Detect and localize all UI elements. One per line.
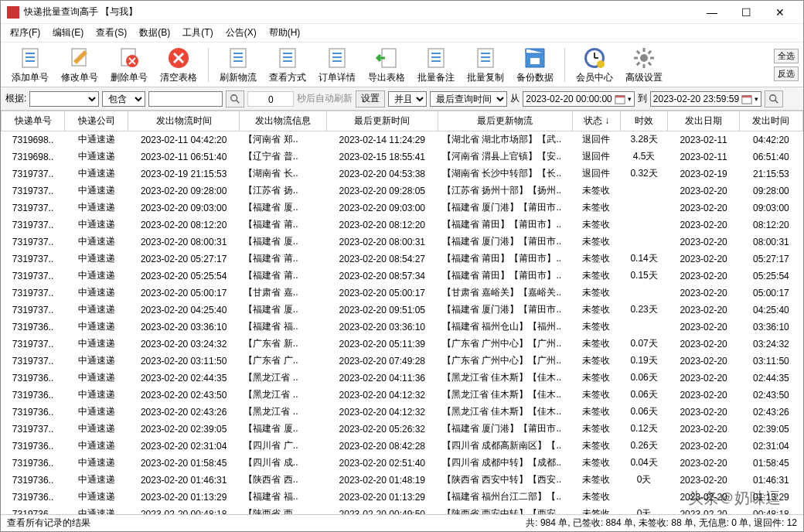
- table-cell: 0.06天: [620, 387, 668, 404]
- table-row[interactable]: 7319737..中通速递2023-02-20 09:03:00【福建省 厦..…: [2, 200, 803, 217]
- table-row[interactable]: 7319737..中通速递2023-02-20 08:00:31【福建省 厦..…: [2, 234, 803, 251]
- edit-button[interactable]: 修改单号: [56, 44, 103, 86]
- menu-item-数据(B)[interactable]: 数据(B): [133, 25, 176, 41]
- menu-item-工具(T)[interactable]: 工具(T): [176, 25, 219, 41]
- menu-item-编辑(E)[interactable]: 编辑(E): [46, 25, 90, 41]
- from-date-input[interactable]: 2023-02-20 00:00:00 ▾: [523, 91, 634, 107]
- table-row[interactable]: 7319736..中通速递2023-02-20 01:46:31【陕西省 西..…: [2, 472, 803, 489]
- table-cell: 中通速递: [65, 404, 128, 421]
- condition-select[interactable]: 并且: [388, 91, 427, 107]
- date-field-select[interactable]: 最后查询时间: [430, 91, 507, 107]
- table-cell: [620, 319, 668, 336]
- menu-item-程序(F)[interactable]: 程序(F): [4, 25, 46, 41]
- table-cell: 2023-02-20: [668, 285, 739, 302]
- copy-button[interactable]: 批量复制: [462, 44, 509, 86]
- table-cell: 4.5天: [620, 148, 668, 165]
- column-header[interactable]: 时效: [620, 111, 668, 131]
- table-cell: 2023-02-20 08:00:31: [128, 234, 240, 251]
- table-row[interactable]: 7319737..中通速递2023-02-20 09:28:00【江苏省 扬..…: [2, 182, 803, 200]
- advset-icon: [632, 46, 656, 70]
- table-row[interactable]: 7319737..中通速递2023-02-20 04:25:40【福建省 厦..…: [2, 302, 803, 319]
- filter-match-select[interactable]: 包含: [102, 91, 145, 107]
- table-cell: 【福建省 福州仓山】【福州..: [438, 319, 573, 336]
- table-row[interactable]: 7319737..中通速递2023-02-20 05:25:54【福建省 莆..…: [2, 268, 803, 285]
- column-header[interactable]: 最后更新物流: [438, 111, 573, 131]
- table-row[interactable]: 7319736..中通速递2023-02-20 02:43:26【黑龙江省 ..…: [2, 404, 803, 421]
- table-cell: 【陕西省 西安中转】【西安..: [438, 472, 573, 489]
- table-cell: 2023-02-20: [668, 370, 739, 387]
- table-row[interactable]: 7319736..中通速递2023-02-20 01:13:29【福建省 福..…: [2, 489, 803, 506]
- backup-button[interactable]: 备份数据: [512, 44, 558, 86]
- column-header[interactable]: 快递单号: [2, 111, 65, 131]
- invert-selection-button[interactable]: 反选: [774, 66, 799, 81]
- export-button[interactable]: 导出表格: [363, 44, 410, 86]
- table-row[interactable]: 7319736..中通速递2023-02-20 02:43:50【黑龙江省 ..…: [2, 387, 803, 404]
- detail-button[interactable]: 订单详情: [314, 44, 360, 86]
- table-row[interactable]: 7319737..中通速递2023-02-20 05:00:17【甘肃省 嘉..…: [2, 285, 803, 302]
- select-all-button[interactable]: 全选: [774, 49, 799, 63]
- column-header[interactable]: 发出时间: [739, 111, 802, 131]
- maximize-button[interactable]: ☐: [729, 2, 763, 23]
- remark-button[interactable]: 批量备注: [413, 44, 459, 86]
- search-button[interactable]: [226, 90, 244, 107]
- table-row[interactable]: 7319737..中通速递2023-02-20 02:39:05【福建省 厦..…: [2, 421, 803, 438]
- filter-value-input[interactable]: [148, 91, 223, 107]
- settings-button[interactable]: 设置: [356, 90, 385, 107]
- to-date-input[interactable]: 2023-02-20 23:59:59 ▾: [650, 91, 761, 107]
- table-cell: 中通速递: [65, 370, 128, 387]
- del-button[interactable]: 删除单号: [106, 44, 152, 86]
- table-cell: 08:00:31: [739, 234, 802, 251]
- table-cell: 06:51:40: [739, 148, 802, 165]
- table-cell: 2023-02-20: [668, 182, 739, 200]
- column-header[interactable]: 快递公司: [65, 111, 128, 131]
- table-row[interactable]: 7319737..中通速递2023-02-20 03:24:32【广东省 新..…: [2, 336, 803, 353]
- table-row[interactable]: 7319736..中通速递2023-02-20 02:31:04【四川省 广..…: [2, 438, 803, 455]
- advset-button[interactable]: 高级设置: [621, 44, 667, 86]
- table-cell: 2023-02-20: [668, 234, 739, 251]
- data-grid[interactable]: 快递单号快递公司发出物流时间发出物流信息最后更新时间最后更新物流状态 ↓时效发出…: [1, 111, 803, 514]
- column-header[interactable]: 最后更新时间: [326, 111, 438, 131]
- table-cell: 7319737..: [2, 182, 65, 200]
- table-row[interactable]: 7319698..中通速递2023-02-11 04:42:20【河南省 郑..…: [2, 131, 803, 148]
- menu-item-查看(S)[interactable]: 查看(S): [90, 25, 133, 41]
- table-cell: 0.26天: [620, 438, 668, 455]
- table-row[interactable]: 7319737..中通速递2023-02-19 21:15:53【湖南省 长..…: [2, 165, 803, 182]
- table-cell: 2023-02-20 01:13:29: [326, 489, 438, 506]
- viewmode-button[interactable]: 查看方式: [264, 44, 311, 86]
- table-cell: 2023-02-20 01:46:31: [128, 472, 240, 489]
- add-button[interactable]: 添加单号: [7, 44, 53, 86]
- clear-button[interactable]: 清空表格: [155, 44, 202, 86]
- table-row[interactable]: 7319736..中通速递2023-02-20 01:58:45【四川省 成..…: [2, 455, 803, 472]
- table-cell: 【广东省 广州中心】【广州..: [438, 336, 573, 353]
- menu-item-帮助(H)[interactable]: 帮助(H): [263, 25, 307, 41]
- filter-field-select[interactable]: [29, 91, 99, 107]
- table-cell: 【甘肃省 嘉峪关】【嘉峪关..: [438, 285, 573, 302]
- filter-search-button[interactable]: [765, 90, 783, 107]
- column-header[interactable]: 状态 ↓: [573, 111, 621, 131]
- table-cell: 【江苏省 扬..: [239, 182, 326, 200]
- table-row[interactable]: 7319736..中通速递2023-02-20 00:48:18【陕西省 西..…: [2, 506, 803, 515]
- table-row[interactable]: 7319698..中通速递2023-02-11 06:51:40【辽宁省 普..…: [2, 148, 803, 165]
- table-cell: 2023-02-20: [668, 336, 739, 353]
- table-cell: 【黑龙江省 佳木斯】【佳木..: [438, 404, 573, 421]
- table-row[interactable]: 7319737..中通速递2023-02-20 03:11:50【广东省 广..…: [2, 353, 803, 370]
- menu-item-公告(X)[interactable]: 公告(X): [220, 25, 263, 41]
- table-cell: 7319737..: [2, 421, 65, 438]
- close-button[interactable]: ✕: [763, 2, 797, 23]
- minimize-button[interactable]: —: [695, 2, 729, 23]
- column-header[interactable]: 发出物流信息: [239, 111, 326, 131]
- table-row[interactable]: 7319737..中通速递2023-02-20 05:27:17【福建省 莆..…: [2, 251, 803, 268]
- column-header[interactable]: 发出物流时间: [128, 111, 240, 131]
- column-header[interactable]: 发出日期: [668, 111, 739, 131]
- table-cell: 2023-02-20 02:44:35: [128, 370, 240, 387]
- table-cell: 2023-02-20: [668, 319, 739, 336]
- del-icon: [117, 46, 141, 70]
- refresh-button[interactable]: 刷新物流: [215, 44, 261, 86]
- member-button[interactable]: 会员中心: [571, 44, 618, 86]
- table-cell: 【福建省 莆田】【莆田市】..: [438, 217, 573, 234]
- table-cell: 【福建省 莆田】【莆田市】..: [438, 251, 573, 268]
- table-cell: 2023-02-20: [668, 421, 739, 438]
- table-row[interactable]: 7319736..中通速递2023-02-20 03:36:10【福建省 福..…: [2, 319, 803, 336]
- table-row[interactable]: 7319737..中通速递2023-02-20 08:12:20【福建省 莆..…: [2, 217, 803, 234]
- table-row[interactable]: 7319736..中通速递2023-02-20 02:44:35【黑龙江省 ..…: [2, 370, 803, 387]
